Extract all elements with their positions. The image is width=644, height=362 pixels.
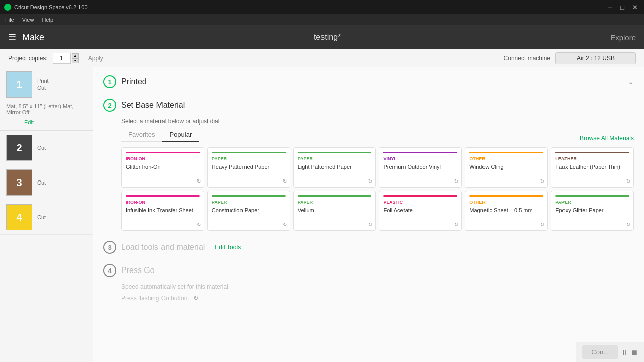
explore-link[interactable]: Explore [610, 33, 636, 42]
sidebar-item-4[interactable]: 4 Cut [0, 200, 93, 235]
mat-card-icon: ↻ [368, 178, 372, 184]
copies-input-wrap: ▲ ▼ [53, 53, 79, 64]
material-card-5[interactable]: Leather Faux Leather (Paper Thin) ↻ [551, 147, 634, 188]
mat-card-bar [126, 195, 200, 197]
continue-button[interactable]: Con... [582, 345, 618, 359]
content-area: 1 Printed ⌄ 2 Set Base Material Select a… [93, 67, 644, 362]
refresh-icon[interactable]: ↻ [193, 294, 199, 302]
maximize-button[interactable]: □ [618, 4, 626, 11]
material-card-3[interactable]: Vinyl Premium Outdoor Vinyl ↻ [379, 147, 462, 188]
apply-button[interactable]: Apply [88, 55, 103, 62]
sidebar-item-3[interactable]: 3 Cut [0, 165, 93, 200]
mat-card-name: Construction Paper [212, 207, 286, 214]
mat-card-name: Foil Acetate [383, 207, 457, 214]
mat-info: Mat, 8.5" x 11" (Letter) Mat, Mirror Off [6, 103, 87, 115]
item-thumb-2: 2 [6, 135, 32, 161]
step-2-header: 2 Set Base Material [103, 99, 634, 112]
machine-button[interactable]: Air 2 : 12 USB [555, 52, 636, 64]
step-2-section: 2 Set Base Material Select a material be… [103, 99, 634, 231]
mat-card-bar [212, 152, 286, 153]
mat-card-bar [469, 195, 543, 197]
go-btn-text: Press flashing Go button. [121, 295, 189, 302]
material-card-7[interactable]: Paper Construction Paper ↻ [207, 191, 290, 231]
mat-card-bar [383, 195, 457, 197]
action-cut-4: Cut [37, 214, 46, 220]
sidebar-item-1[interactable]: 1 Print Cut [0, 67, 93, 102]
mat-card-type: Leather [555, 156, 629, 161]
mat-card-bar [555, 195, 629, 197]
material-card-10[interactable]: Other Magnetic Sheet – 0.5 mm ↻ [465, 191, 548, 231]
material-card-0[interactable]: Iron-On Glitter Iron-On ↻ [121, 147, 204, 188]
mat-card-name: Infusible Ink Transfer Sheet [126, 207, 200, 214]
item-thumb-3: 3 [6, 169, 32, 196]
material-card-6[interactable]: Iron-On Infusible Ink Transfer Sheet ↻ [121, 191, 204, 231]
mat-card-name: Premium Outdoor Vinyl [383, 163, 457, 170]
project-title: testing* [314, 33, 341, 42]
mat-card-type: Paper [298, 200, 372, 205]
app-title: Cricut Design Space v6.2.100 [14, 4, 88, 10]
hamburger-menu[interactable]: ☰ [8, 32, 16, 43]
material-card-2[interactable]: Paper Light Patterned Paper ↻ [293, 147, 376, 188]
edit-tools-link[interactable]: Edit Tools [215, 244, 241, 251]
mat-card-name: Epoxy Glitter Paper [555, 207, 629, 214]
mat-card-icon: ↻ [626, 222, 630, 227]
mat-card-name: Vellum [298, 207, 372, 214]
pause-icon[interactable]: ⏸ [621, 348, 628, 356]
menu-file[interactable]: File [5, 17, 14, 23]
step-4-num: 4 [103, 264, 116, 277]
cricut-logo [4, 4, 11, 11]
close-button[interactable]: ✕ [630, 4, 640, 11]
mat-card-type: Iron-On [126, 156, 200, 161]
mat-card-bar [469, 152, 543, 153]
step-3-section: 3 Load tools and material Edit Tools [103, 241, 634, 254]
menu-help[interactable]: Help [42, 17, 53, 23]
item-thumb-4: 4 [6, 204, 32, 230]
tab-popular[interactable]: Popular [162, 129, 199, 142]
app-header: ☰ Make testing* Explore [0, 25, 644, 49]
step-4-title: Press Go [121, 266, 155, 275]
step-2-title: Set Base Material [121, 101, 185, 110]
mat-card-name: Heavy Patterned Paper [212, 163, 286, 170]
connect-area: Connect machine Air 2 : 12 USB [504, 52, 636, 64]
step-1-collapse[interactable]: ⌄ [628, 78, 634, 86]
sidebar-item-2[interactable]: 2 Cut [0, 131, 93, 165]
menu-view[interactable]: View [22, 17, 34, 23]
material-card-11[interactable]: Paper Epoxy Glitter Paper ↻ [551, 191, 634, 231]
edit-link[interactable]: Edit [24, 119, 34, 125]
title-bar-controls[interactable]: ─ □ ✕ [606, 4, 640, 11]
step-1-title: Printed [121, 77, 147, 86]
step-1-section: 1 Printed ⌄ [103, 75, 634, 88]
mat-card-bar [298, 195, 372, 197]
mat-card-icon: ↻ [626, 178, 630, 184]
mat-card-icon: ↻ [283, 178, 287, 184]
step-1-num: 1 [103, 75, 116, 88]
mat-card-type: Other [469, 200, 543, 205]
copies-up[interactable]: ▲ [72, 53, 79, 58]
mat-card-bar [126, 152, 200, 153]
mat-card-icon: ↻ [454, 222, 458, 227]
mat-card-type: Plastic [383, 200, 457, 205]
mat-tabs-row: Favorites Popular Browse All Materials [121, 129, 634, 147]
copies-down[interactable]: ▼ [72, 58, 79, 63]
item-thumb-1: 1 [6, 71, 32, 98]
copies-input[interactable] [53, 53, 71, 64]
stop-icon[interactable]: ⏹ [631, 348, 638, 356]
mat-info-area: Mat, 8.5" x 11" (Letter) Mat, Mirror Off… [0, 102, 93, 131]
material-grid: Iron-On Glitter Iron-On ↻ Paper Heavy Pa… [121, 147, 634, 231]
mat-card-name: Magnetic Sheet – 0.5 mm [469, 207, 543, 214]
action-cut-3: Cut [37, 179, 46, 186]
mat-card-icon: ↻ [283, 222, 287, 227]
mat-card-type: Paper [298, 156, 372, 161]
action-cut-2: Cut [37, 145, 46, 151]
action-print: Print [37, 78, 49, 84]
mat-card-type: Paper [555, 200, 629, 205]
mat-card-icon: ↻ [540, 222, 544, 227]
material-card-9[interactable]: Plastic Foil Acetate ↻ [379, 191, 462, 231]
material-card-1[interactable]: Paper Heavy Patterned Paper ↻ [207, 147, 290, 188]
project-bar: Project copies: ▲ ▼ Apply Connect machin… [0, 49, 644, 67]
material-card-8[interactable]: Paper Vellum ↻ [293, 191, 376, 231]
minimize-button[interactable]: ─ [606, 4, 614, 11]
browse-all-link[interactable]: Browse All Materials [580, 135, 634, 142]
material-card-4[interactable]: Other Window Cling ↻ [465, 147, 548, 188]
tab-favorites[interactable]: Favorites [121, 129, 162, 141]
